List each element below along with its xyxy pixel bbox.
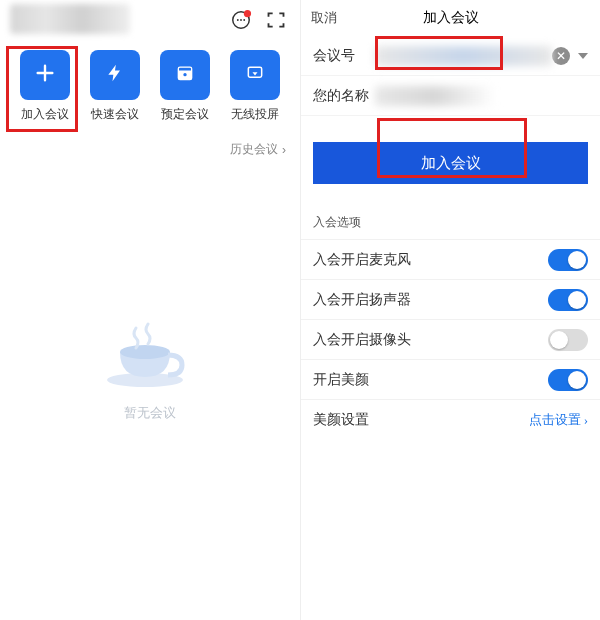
calendar-icon: [175, 63, 195, 87]
history-meetings-link[interactable]: 历史会议 ›: [0, 131, 300, 162]
scan-icon[interactable]: [266, 10, 286, 30]
empty-text: 暂无会议: [124, 404, 176, 422]
beauty-settings-row[interactable]: 美颜设置 点击设置 ›: [301, 399, 600, 439]
tile-join-meeting[interactable]: 加入会议: [14, 50, 76, 123]
name-row[interactable]: 您的名称: [301, 76, 600, 116]
tile-quick-meeting[interactable]: 快速会议: [84, 50, 146, 123]
page-title: 加入会议: [423, 9, 479, 27]
clear-icon[interactable]: ✕: [552, 47, 570, 65]
toggle-camera[interactable]: [548, 329, 588, 351]
option-label: 开启美颜: [313, 371, 369, 389]
tile-label: 预定会议: [161, 106, 209, 123]
history-label: 历史会议: [230, 141, 278, 158]
option-label: 入会开启摄像头: [313, 331, 411, 349]
name-label: 您的名称: [313, 87, 375, 105]
chevron-right-icon: ›: [282, 143, 286, 157]
cancel-button[interactable]: 取消: [311, 9, 337, 27]
svg-point-3: [243, 19, 245, 21]
toggle-mic[interactable]: [548, 249, 588, 271]
teacup-illustration: [100, 322, 200, 392]
beauty-settings-label: 美颜设置: [313, 411, 369, 429]
tile-label: 快速会议: [91, 106, 139, 123]
user-avatar-blur: [10, 4, 130, 34]
option-speaker: 入会开启扬声器: [301, 279, 600, 319]
option-camera: 入会开启摄像头: [301, 319, 600, 359]
tile-wireless-cast[interactable]: 无线投屏: [224, 50, 286, 123]
cast-icon: [245, 63, 265, 87]
bolt-icon: [105, 63, 125, 87]
svg-point-8: [183, 73, 186, 76]
toggle-speaker[interactable]: [548, 289, 588, 311]
svg-point-1: [237, 19, 239, 21]
name-input[interactable]: [375, 86, 495, 106]
tile-schedule-meeting[interactable]: 预定会议: [154, 50, 216, 123]
options-section-label: 入会选项: [301, 198, 600, 239]
meeting-id-row[interactable]: 会议号 ✕: [301, 36, 600, 76]
option-beauty: 开启美颜: [301, 359, 600, 399]
toggle-beauty[interactable]: [548, 369, 588, 391]
chat-icon[interactable]: [230, 9, 252, 31]
svg-point-11: [120, 345, 170, 359]
beauty-settings-link[interactable]: 点击设置 ›: [529, 411, 588, 429]
tile-label: 加入会议: [21, 106, 69, 123]
option-mic: 入会开启麦克风: [301, 239, 600, 279]
chevron-right-icon: ›: [584, 412, 588, 428]
svg-point-4: [244, 11, 250, 17]
plus-icon: [34, 62, 56, 88]
svg-rect-9: [248, 67, 261, 77]
join-meeting-button[interactable]: 加入会议: [313, 142, 588, 184]
option-label: 入会开启扬声器: [313, 291, 411, 309]
option-label: 入会开启麦克风: [313, 251, 411, 269]
chevron-down-icon[interactable]: [578, 53, 588, 59]
tile-label: 无线投屏: [231, 106, 279, 123]
meeting-id-label: 会议号: [313, 47, 375, 65]
svg-point-2: [240, 19, 242, 21]
meeting-id-input[interactable]: [375, 46, 552, 66]
